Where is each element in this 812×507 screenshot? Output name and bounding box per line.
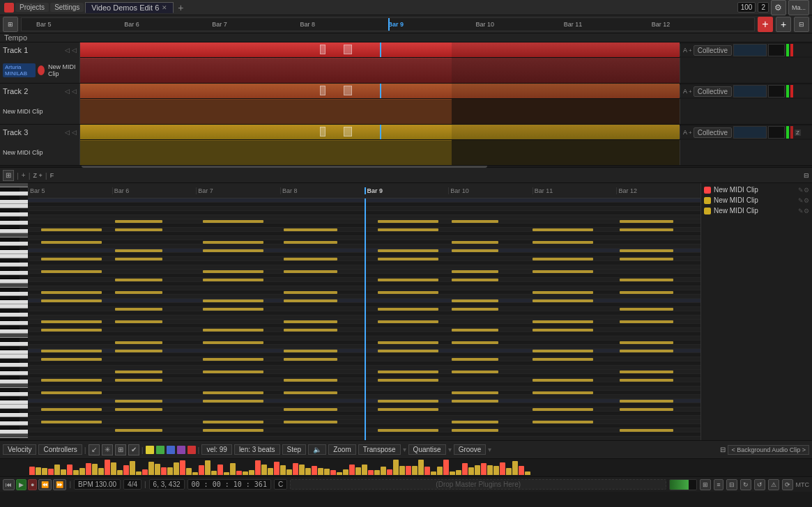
vel-tool4[interactable]: ✔ <box>128 444 139 455</box>
midi-bar10: Bar 10 <box>448 187 469 194</box>
bottom-tool7[interactable]: ⟳ <box>782 479 793 490</box>
color-red[interactable] <box>187 446 196 454</box>
bottom-tool2[interactable]: ≡ <box>714 479 723 490</box>
track2-arrow-l: ◁ <box>65 88 70 95</box>
vel-tool3[interactable]: ⊞ <box>115 444 126 455</box>
add-track-btn2[interactable]: + <box>776 17 791 32</box>
midi-pin-btn[interactable]: ⊞ <box>3 170 14 181</box>
ruler-bar6: Bar 6 <box>124 21 139 28</box>
step-btn[interactable]: Step <box>282 444 307 455</box>
midi-f-label[interactable]: F <box>50 172 54 179</box>
main-ruler: Bar 5 Bar 6 Bar 7 Bar 8 Bar 9 Bar 10 Bar… <box>21 17 755 31</box>
midi-grid[interactable]: Bar 5 Bar 6 Bar 7 Bar 8 Bar 9 Bar 10 Bar… <box>28 183 700 440</box>
track1-rec-btn[interactable] <box>38 65 45 75</box>
groove-btn[interactable]: Groove <box>454 444 487 455</box>
ruler-bar10: Bar 10 <box>476 21 495 28</box>
midi-zoom-plus[interactable]: Z + <box>33 172 43 179</box>
track2-side: New MIDI Clip <box>0 99 80 124</box>
status-time: 00 : 00 : 10 : 361 <box>187 479 271 490</box>
record-btn[interactable]: ● <box>28 479 37 490</box>
separator3: | <box>45 171 47 180</box>
track2-red-bar <box>790 85 793 98</box>
track1-header: Track 1 ◁ ◁ A + Collective <box>0 42 812 58</box>
track-row-1: Track 1 ◁ ◁ A + Collective <box>0 42 812 84</box>
midi-playhead <box>365 198 366 440</box>
track3-name: Track 3 <box>3 128 28 136</box>
bottom-tool5[interactable]: ↺ <box>754 479 765 490</box>
clip1-label: New MIDI Clip <box>714 186 758 194</box>
mtc-label: MTC <box>796 481 810 488</box>
play-btn[interactable]: ▶ <box>16 479 26 490</box>
track1-label: Track 1 ◁ ◁ <box>0 42 80 58</box>
track3-content: New MIDI Clip <box>0 140 812 165</box>
len-val-btn[interactable]: len: 3 beats <box>234 444 280 455</box>
speaker-btn[interactable]: 🔈 <box>308 444 326 455</box>
clip-entry-2: New MIDI Clip ✎⚙ <box>704 196 809 204</box>
settings-icon-btn[interactable]: ⚙ <box>771 0 786 15</box>
back-to-start-btn[interactable]: ⏮ <box>3 479 15 490</box>
clip1-edit-btn[interactable]: ✎⚙ <box>798 187 809 194</box>
midi-editor: ⊞ | + | Z + | F ⊟ Bar 5 Bar 6 Bar 7 Ba <box>0 168 812 476</box>
vel-tool2[interactable]: ✳ <box>102 444 113 455</box>
separator1: | <box>17 171 19 180</box>
track1-collective-btn[interactable]: Collective <box>694 45 732 56</box>
track1-instrument: Arturia MINILAB <box>3 63 36 77</box>
ruler-bar9: Bar 9 <box>388 21 404 28</box>
projects-btn[interactable]: Projects <box>15 3 49 12</box>
tab-close-icon[interactable]: ✕ <box>162 4 167 11</box>
bottom-tool4[interactable]: ↻ <box>740 479 751 490</box>
track1-plus-btn[interactable]: + <box>689 47 692 54</box>
transpose-btn[interactable]: Transpose <box>358 444 401 455</box>
bottom-tool6[interactable]: ⚠ <box>768 479 779 490</box>
controllers-tab-btn[interactable]: Controllers <box>38 444 82 455</box>
track3-miniblack <box>768 126 785 139</box>
ruler-bar7: Bar 7 <box>212 21 227 28</box>
tab-add-btn[interactable]: + <box>175 2 186 13</box>
track1-arrow-r: ◁ <box>72 47 77 54</box>
vel-tool1[interactable]: ↙ <box>89 444 100 455</box>
status-note: C <box>274 479 287 490</box>
time-sig-display: 2 <box>758 2 769 13</box>
midi-extra-btn[interactable]: ⊟ <box>804 172 809 179</box>
clip3-label: New MIDI Clip <box>714 207 758 214</box>
track2-plus-btn[interactable]: + <box>689 88 692 95</box>
color-green[interactable] <box>156 446 164 454</box>
menu-left: Projects Settings Video Demos Edit 6 ✕ + <box>0 2 190 13</box>
transport-extra-btn[interactable]: Ma... <box>788 0 809 15</box>
transport-toggle-btn[interactable]: ⊞ <box>3 17 18 32</box>
track1-miniblack <box>768 44 785 56</box>
track2-collective-btn[interactable]: Collective <box>694 86 732 97</box>
clip1-color <box>704 187 711 194</box>
color-yellow[interactable] <box>146 446 154 454</box>
bottom-tool1[interactable]: ⊞ <box>700 479 711 490</box>
status-bar: ⏮ ▶ ● ⏪ ⏩ | BPM 130.00 4/4 | 6, 3, 432 0… <box>0 476 812 492</box>
ruler-bar5: Bar 5 <box>36 21 52 28</box>
clip2-edit-btn[interactable]: ✎⚙ <box>798 197 809 204</box>
transport-mode-btn[interactable]: ⊟ <box>794 17 809 32</box>
active-tab[interactable]: Video Demos Edit 6 ✕ <box>85 2 174 13</box>
bpm-display: 100 <box>737 2 756 13</box>
midi-bottom-toolbar: Velocity Controllers | ↙ ✳ ⊞ ✔ | | vel: … <box>0 440 812 458</box>
bg-audio-btn[interactable]: < Background Audio Clip > <box>728 445 809 455</box>
add-track-red-btn[interactable]: + <box>758 17 773 32</box>
track3-collective-btn[interactable]: Collective <box>694 127 732 138</box>
quantise-btn[interactable]: Quantise <box>408 444 446 455</box>
bottom-tool3[interactable]: ⊟ <box>726 479 737 490</box>
track2-a-btn[interactable]: A <box>683 88 687 95</box>
zoom-btn[interactable]: Zoom <box>328 444 356 455</box>
piano-roll <box>0 183 28 440</box>
ffwd-btn[interactable]: ⏩ <box>53 479 66 490</box>
track3-plus-btn[interactable]: + <box>689 130 692 136</box>
status-left-controls: ⏮ ▶ ● ⏪ ⏩ <box>3 479 66 490</box>
velocity-tab-btn[interactable]: Velocity <box>3 444 36 455</box>
sep-colors: | <box>141 446 144 454</box>
track1-a-btn[interactable]: A <box>683 47 687 54</box>
velocity-val-btn[interactable]: vel: 99 <box>201 444 231 455</box>
settings-btn[interactable]: Settings <box>50 3 84 12</box>
track3-a-btn[interactable]: A <box>683 129 687 136</box>
clip3-edit-btn[interactable]: ✎⚙ <box>798 208 809 214</box>
color-blue[interactable] <box>167 446 175 454</box>
rewind-btn[interactable]: ⏪ <box>38 479 52 490</box>
transpose-arrow: ▾ <box>403 446 406 453</box>
color-purple[interactable] <box>177 446 185 454</box>
